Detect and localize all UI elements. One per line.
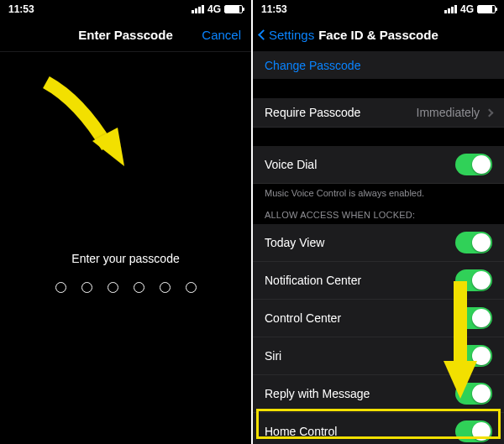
voice-dial-footer: Music Voice Control is always enabled. xyxy=(253,184,504,205)
notification-center-row: Notification Center xyxy=(253,262,504,300)
passcode-dots[interactable] xyxy=(55,282,197,293)
passcode-prompt: Enter your passcode xyxy=(71,252,179,265)
signal-bars-icon xyxy=(444,5,457,13)
row-label: Home Control xyxy=(265,425,337,438)
nav-title: Face ID & Passcode xyxy=(318,28,438,42)
battery-icon xyxy=(224,5,243,13)
battery-icon xyxy=(477,5,496,13)
control-center-toggle[interactable] xyxy=(455,307,492,329)
siri-row: Siri xyxy=(253,337,504,375)
navbar: Enter Passcode Cancel xyxy=(0,18,251,52)
row-label: Control Center xyxy=(265,311,341,325)
phone-right-settings: 11:53 4G Settings Face ID & Passcode Cha… xyxy=(251,0,504,444)
network-label: 4G xyxy=(460,3,474,15)
row-value: Immediately xyxy=(417,106,480,119)
passcode-entry: Enter your passcode xyxy=(0,52,251,444)
home-control-row: Home Control xyxy=(253,413,504,444)
status-time: 11:53 xyxy=(8,3,34,15)
notification-center-toggle[interactable] xyxy=(455,269,492,291)
chevron-right-icon xyxy=(486,108,494,117)
nav-title: Enter Passcode xyxy=(78,28,173,42)
allow-access-header: ALLOW ACCESS WHEN LOCKED: xyxy=(253,205,504,224)
reply-with-message-toggle[interactable] xyxy=(455,383,492,405)
row-label: Today View xyxy=(265,236,324,249)
today-view-row: Today View xyxy=(253,224,504,262)
row-label: Notification Center xyxy=(265,274,361,287)
signal-bars-icon xyxy=(192,5,204,13)
require-passcode-row[interactable]: Require Passcode Immediately xyxy=(253,98,504,128)
navbar: Settings Face ID & Passcode xyxy=(253,18,504,52)
network-label: 4G xyxy=(207,3,221,15)
control-center-row: Control Center xyxy=(253,300,504,337)
voice-dial-toggle[interactable] xyxy=(455,154,492,175)
change-passcode-link[interactable]: Change Passcode xyxy=(253,52,504,80)
home-control-toggle[interactable] xyxy=(455,420,492,442)
siri-toggle[interactable] xyxy=(455,345,492,367)
phone-left-enter-passcode: 11:53 4G Enter Passcode Cancel Enter you… xyxy=(0,0,251,444)
today-view-toggle[interactable] xyxy=(455,232,492,253)
voice-dial-row: Voice Dial xyxy=(253,146,504,184)
reply-with-message-row: Reply with Message xyxy=(253,375,504,413)
chevron-left-icon xyxy=(258,29,269,40)
status-time: 11:53 xyxy=(261,3,287,15)
row-label: Require Passcode xyxy=(265,106,360,119)
status-bar: 11:53 4G xyxy=(253,0,504,18)
status-bar: 11:53 4G xyxy=(0,0,251,18)
cancel-button[interactable]: Cancel xyxy=(202,18,241,51)
row-label: Siri xyxy=(265,349,281,363)
row-label: Reply with Message xyxy=(265,387,370,400)
settings-scroll[interactable]: Change Passcode Require Passcode Immedia… xyxy=(253,52,504,444)
back-button[interactable]: Settings xyxy=(260,18,314,51)
row-label: Voice Dial xyxy=(265,158,317,171)
back-label: Settings xyxy=(269,28,314,42)
